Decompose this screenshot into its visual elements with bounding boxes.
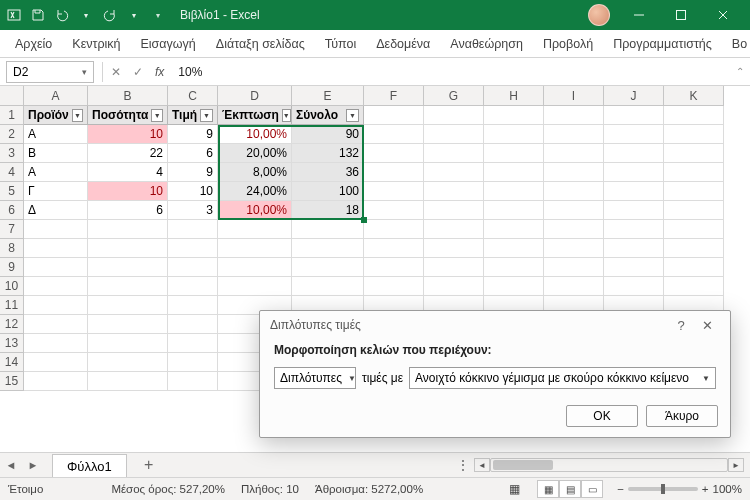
redo-dropdown-icon[interactable]: ▾	[126, 7, 142, 23]
cell[interactable]	[424, 258, 484, 277]
ribbon-tab[interactable]: Εισαγωγή	[132, 33, 205, 55]
row-header[interactable]: 15	[0, 372, 24, 391]
cell[interactable]	[168, 296, 218, 315]
column-header[interactable]: A	[24, 86, 88, 106]
cell[interactable]	[24, 334, 88, 353]
cell[interactable]	[484, 239, 544, 258]
cell[interactable]	[292, 277, 364, 296]
ribbon-tab[interactable]: Κεντρική	[63, 33, 129, 55]
zoom-out-icon[interactable]: −	[617, 483, 624, 495]
formula-expand-icon[interactable]: ⌃	[730, 66, 750, 77]
cell[interactable]: 36	[292, 163, 364, 182]
cell[interactable]: 10	[88, 125, 168, 144]
display-settings-icon[interactable]: ▦	[505, 482, 523, 496]
cell[interactable]: Σύνολο▼	[292, 106, 364, 125]
dialog-close-button[interactable]: ✕	[694, 314, 720, 336]
ribbon-tab[interactable]: Αναθεώρηση	[441, 33, 532, 55]
cell[interactable]	[88, 277, 168, 296]
fx-icon[interactable]: fx	[155, 65, 164, 79]
cell[interactable]	[292, 220, 364, 239]
row-header[interactable]: 9	[0, 258, 24, 277]
cell[interactable]: 18	[292, 201, 364, 220]
cell[interactable]	[24, 239, 88, 258]
dialog-help-button[interactable]: ?	[668, 314, 694, 336]
ribbon-tab[interactable]: Βο	[723, 33, 750, 55]
cell[interactable]: Έκπτωση▼	[218, 106, 292, 125]
cell[interactable]	[424, 106, 484, 125]
cell[interactable]: 9	[168, 125, 218, 144]
row-header[interactable]: 13	[0, 334, 24, 353]
cell[interactable]: Γ	[24, 182, 88, 201]
cell[interactable]	[544, 277, 604, 296]
ribbon-tab[interactable]: Αρχείο	[6, 33, 61, 55]
cell[interactable]	[544, 182, 604, 201]
cell[interactable]	[364, 277, 424, 296]
cell[interactable]	[424, 201, 484, 220]
cell[interactable]	[364, 220, 424, 239]
cell[interactable]	[604, 258, 664, 277]
ribbon-tab[interactable]: Τύποι	[316, 33, 366, 55]
cell[interactable]	[292, 258, 364, 277]
undo-dropdown-icon[interactable]: ▾	[78, 7, 94, 23]
cell[interactable]: 24,00%	[218, 182, 292, 201]
cell[interactable]	[424, 163, 484, 182]
cell[interactable]	[424, 125, 484, 144]
cell[interactable]	[364, 163, 424, 182]
cell[interactable]	[364, 182, 424, 201]
scroll-track[interactable]	[490, 458, 728, 472]
cell[interactable]	[484, 144, 544, 163]
filter-icon[interactable]: ▼	[200, 109, 213, 122]
cell[interactable]	[168, 277, 218, 296]
view-pagebreak-button[interactable]: ▭	[581, 480, 603, 498]
cell[interactable]	[364, 239, 424, 258]
column-header[interactable]: G	[424, 86, 484, 106]
cell[interactable]	[484, 258, 544, 277]
cell[interactable]	[168, 315, 218, 334]
cell[interactable]	[88, 239, 168, 258]
cell[interactable]	[664, 125, 724, 144]
cell[interactable]	[544, 125, 604, 144]
dialog-cancel-button[interactable]: Άκυρο	[646, 405, 718, 427]
sheet-nav-prev[interactable]: ◄	[0, 454, 22, 476]
zoom-control[interactable]: − + 100%	[617, 483, 742, 495]
cell[interactable]	[424, 220, 484, 239]
cell[interactable]	[604, 106, 664, 125]
cell[interactable]	[88, 334, 168, 353]
fill-handle[interactable]	[361, 217, 367, 223]
cell[interactable]: 10,00%	[218, 125, 292, 144]
row-header[interactable]: 1	[0, 106, 24, 125]
name-box-dropdown-icon[interactable]: ▾	[82, 67, 87, 77]
cell[interactable]	[24, 353, 88, 372]
zoom-slider[interactable]	[628, 487, 698, 491]
view-pagelayout-button[interactable]: ▤	[559, 480, 581, 498]
cell[interactable]	[424, 144, 484, 163]
column-header[interactable]: F	[364, 86, 424, 106]
close-button[interactable]	[702, 0, 744, 30]
cell[interactable]: 3	[168, 201, 218, 220]
cell[interactable]	[168, 353, 218, 372]
filter-icon[interactable]: ▼	[151, 109, 163, 122]
view-normal-button[interactable]: ▦	[537, 480, 559, 498]
cell[interactable]: 6	[88, 201, 168, 220]
cell[interactable]: 8,00%	[218, 163, 292, 182]
cell[interactable]	[544, 220, 604, 239]
cell[interactable]	[484, 182, 544, 201]
dialog-ok-button[interactable]: OK	[566, 405, 638, 427]
dialog-type-combo[interactable]: Διπλότυπες▼	[274, 367, 356, 389]
dialog-format-combo[interactable]: Ανοιχτό κόκκινο γέμισμα με σκούρο κόκκιν…	[409, 367, 716, 389]
cell[interactable]	[24, 372, 88, 391]
cell[interactable]: Ποσότητα▼	[88, 106, 168, 125]
row-header[interactable]: 12	[0, 315, 24, 334]
sheet-options-icon[interactable]: ⋮	[452, 454, 474, 476]
column-header[interactable]: C	[168, 86, 218, 106]
cell[interactable]: 132	[292, 144, 364, 163]
cell[interactable]: Α	[24, 163, 88, 182]
minimize-button[interactable]	[618, 0, 660, 30]
cell[interactable]	[604, 125, 664, 144]
row-header[interactable]: 2	[0, 125, 24, 144]
cell[interactable]	[364, 258, 424, 277]
sheet-tab[interactable]: Φύλλο1	[52, 454, 127, 478]
cell[interactable]	[484, 201, 544, 220]
cell[interactable]	[364, 125, 424, 144]
qat-customize-icon[interactable]: ▾	[150, 7, 166, 23]
